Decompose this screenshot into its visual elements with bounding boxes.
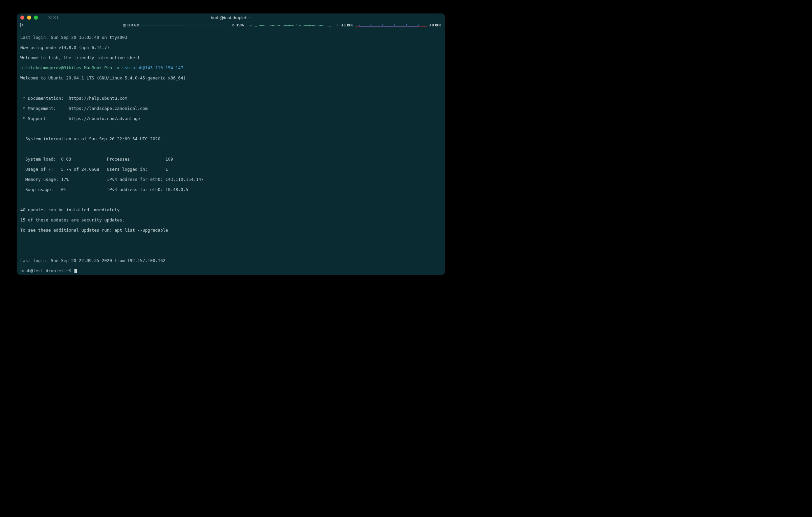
cpu-sparkline (246, 23, 331, 27)
svg-point-0 (20, 23, 21, 24)
terminal-line: * Documentation: https://help.ubuntu.com (20, 96, 442, 101)
maximize-button[interactable] (34, 16, 38, 20)
prompt-user: nikitakolmogorov@Nikitas-MacBook-Pro (20, 65, 112, 70)
network-up-label: 0.0 kB↑ (429, 23, 442, 27)
command-target: bruh@143.110.154.147 (130, 65, 183, 70)
traffic-lights (20, 16, 38, 20)
memory-icon: ▥ (123, 23, 126, 27)
shell-prompt: bruh@test-droplet:~$ (20, 268, 74, 273)
network-status: ⇵ 3.1 kB↓ 0.0 kB↑ (337, 23, 442, 27)
terminal-line: Last login: Sun Sep 20 15:03:40 on ttys0… (20, 35, 442, 40)
network-icon: ⇵ (337, 23, 339, 27)
git-branch-icon (20, 23, 24, 27)
svg-point-1 (20, 26, 21, 27)
terminal-line (20, 146, 442, 151)
command-ssh: ssh (122, 65, 130, 70)
network-down-label: 3.1 kB↓ (341, 23, 354, 27)
cpu-status: ⚙ 15% (232, 23, 331, 27)
terminal-prompt-line: nikitakolmogorov@Nikitas-MacBook-Pro ~> … (20, 65, 442, 70)
terminal-line: Usage of /: 5.7% of 24.06GB Users logged… (20, 167, 442, 172)
terminal-line (20, 197, 442, 202)
memory-label: 8.0 GB (128, 23, 139, 27)
terminal-body[interactable]: Last login: Sun Sep 20 15:03:40 on ttys0… (17, 28, 445, 275)
prompt-separator: ~> (112, 65, 122, 70)
titlebar[interactable]: ⌥⌘1 bruh@test-droplet: ~ (17, 14, 445, 22)
terminal-prompt-line: bruh@test-droplet:~$ (20, 268, 442, 273)
terminal-line: To see these additional updates run: apt… (20, 228, 442, 233)
memory-bar (141, 25, 226, 25)
terminal-line (20, 86, 442, 91)
terminal-line (20, 238, 442, 243)
terminal-line: System information as of Sun Sep 20 22:0… (20, 136, 442, 141)
cpu-label: 15% (236, 23, 244, 27)
terminal-line: System load: 0.63 Processes: 109 (20, 157, 442, 162)
statusbar: ▥ 8.0 GB ⚙ 15% ⇵ 3.1 kB↓ 0.0 kB↑ (17, 22, 445, 28)
minimize-button[interactable] (27, 16, 31, 20)
terminal-line: Now using node v14.8.0 (npm 6.14.7) (20, 45, 442, 50)
terminal-line: 15 of these updates are security updates… (20, 217, 442, 222)
window-shortcut-label: ⌥⌘1 (47, 15, 59, 20)
terminal-line: Last login: Sun Sep 20 22:09:35 2020 fro… (20, 258, 442, 263)
memory-status: ▥ 8.0 GB (123, 23, 226, 27)
cursor (74, 269, 77, 273)
terminal-line: Welcome to Ubuntu 20.04.1 LTS (GNU/Linux… (20, 75, 442, 80)
cpu-icon: ⚙ (232, 23, 234, 27)
terminal-line: 40 updates can be installed immediately. (20, 207, 442, 212)
terminal-line: * Management: https://landscape.canonica… (20, 106, 442, 111)
terminal-line: * Support: https://ubuntu.com/advantage (20, 116, 442, 121)
terminal-window: ⌥⌘1 bruh@test-droplet: ~ ▥ 8.0 GB ⚙ 15% (17, 14, 445, 275)
terminal-line (20, 126, 442, 131)
network-sparkline (356, 23, 427, 27)
close-button[interactable] (20, 16, 24, 20)
terminal-line: Welcome to fish, the friendly interactiv… (20, 55, 442, 60)
svg-point-2 (22, 24, 23, 25)
window-title: bruh@test-droplet: ~ (17, 15, 445, 20)
terminal-line: Swap usage: 0% IPv4 address for eth0: 10… (20, 187, 442, 192)
terminal-line: Memory usage: 17% IPv4 address for eth0:… (20, 177, 442, 182)
terminal-line (20, 248, 442, 253)
